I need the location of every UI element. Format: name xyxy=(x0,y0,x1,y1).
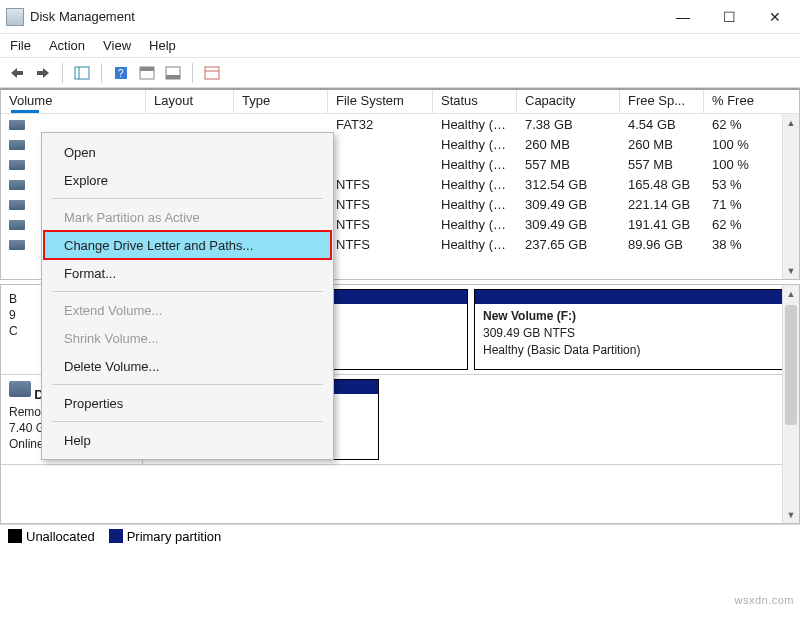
svg-text:?: ? xyxy=(118,68,124,79)
context-explore[interactable]: Explore xyxy=(44,166,331,194)
svg-rect-0 xyxy=(17,71,23,75)
toolbar: ? xyxy=(0,58,800,88)
layout-bottom-button[interactable] xyxy=(162,62,184,84)
context-mark-active: Mark Partition as Active xyxy=(44,203,331,231)
svg-rect-7 xyxy=(140,67,154,71)
menu-action[interactable]: Action xyxy=(49,38,85,53)
properties-button[interactable] xyxy=(201,62,223,84)
window-maximize-button[interactable]: ☐ xyxy=(706,2,752,32)
help-button[interactable]: ? xyxy=(110,62,132,84)
window-minimize-button[interactable]: — xyxy=(660,2,706,32)
back-button[interactable] xyxy=(6,62,28,84)
context-menu: Open Explore Mark Partition as Active Ch… xyxy=(41,132,334,460)
menu-separator xyxy=(52,421,323,422)
volume-icon xyxy=(9,160,25,170)
partition-title: New Volume (F:) xyxy=(483,309,576,323)
svg-rect-10 xyxy=(205,67,219,79)
toolbar-separator xyxy=(62,63,63,83)
app-icon xyxy=(6,8,24,26)
forward-button[interactable] xyxy=(32,62,54,84)
partition-size: 309.49 GB NTFS xyxy=(483,326,575,340)
scroll-down-icon[interactable]: ▼ xyxy=(783,506,799,523)
column-percent-free[interactable]: % Free xyxy=(704,90,772,113)
volume-list-header: Volume Layout Type File System Status Ca… xyxy=(1,90,799,114)
legend-primary: Primary partition xyxy=(109,529,222,544)
disk-state: Online xyxy=(9,437,44,451)
legend-unallocated: Unallocated xyxy=(8,529,95,544)
toolbar-separator xyxy=(192,63,193,83)
show-hide-tree-button[interactable] xyxy=(71,62,93,84)
context-properties[interactable]: Properties xyxy=(44,389,331,417)
menubar: File Action View Help xyxy=(0,34,800,58)
svg-rect-1 xyxy=(37,71,43,75)
svg-rect-2 xyxy=(75,67,89,79)
watermark: wsxdn.com xyxy=(734,594,794,606)
column-file-system[interactable]: File System xyxy=(328,90,433,113)
column-type[interactable]: Type xyxy=(234,90,328,113)
partition[interactable]: New Volume (F:) 309.49 GB NTFS Healthy (… xyxy=(474,289,793,370)
legend: Unallocated Primary partition xyxy=(0,524,800,548)
scroll-up-icon[interactable]: ▲ xyxy=(783,114,799,131)
menu-view[interactable]: View xyxy=(103,38,131,53)
volume-icon xyxy=(9,240,25,250)
menu-file[interactable]: File xyxy=(10,38,31,53)
column-capacity[interactable]: Capacity xyxy=(517,90,620,113)
volume-icon xyxy=(9,200,25,210)
scroll-up-icon[interactable]: ▲ xyxy=(783,285,799,302)
menu-separator xyxy=(52,384,323,385)
volume-row[interactable]: FAT32Healthy (P...7.38 GB4.54 GB62 % xyxy=(1,114,799,134)
context-extend-volume: Extend Volume... xyxy=(44,296,331,324)
context-open[interactable]: Open xyxy=(44,138,331,166)
volume-icon xyxy=(9,180,25,190)
scroll-down-icon[interactable]: ▼ xyxy=(783,262,799,279)
disk-scrollbar[interactable]: ▲ ▼ xyxy=(782,285,799,523)
menu-help[interactable]: Help xyxy=(149,38,176,53)
window-close-button[interactable]: ✕ xyxy=(752,2,798,32)
volume-icon xyxy=(9,140,25,150)
context-change-drive-letter[interactable]: Change Drive Letter and Paths... xyxy=(44,231,331,259)
context-delete-volume[interactable]: Delete Volume... xyxy=(44,352,331,380)
volume-icon xyxy=(9,220,25,230)
window-titlebar: Disk Management — ☐ ✕ xyxy=(0,0,800,34)
sort-indicator-icon xyxy=(11,110,39,113)
context-help[interactable]: Help xyxy=(44,426,331,454)
column-volume[interactable]: Volume xyxy=(1,90,146,113)
layout-top-button[interactable] xyxy=(136,62,158,84)
menu-separator xyxy=(52,198,323,199)
swatch-blue-icon xyxy=(109,529,123,543)
context-format[interactable]: Format... xyxy=(44,259,331,287)
swatch-black-icon xyxy=(8,529,22,543)
column-status[interactable]: Status xyxy=(433,90,517,113)
volume-scrollbar[interactable]: ▲ ▼ xyxy=(782,114,799,279)
menu-separator xyxy=(52,291,323,292)
context-shrink-volume: Shrink Volume... xyxy=(44,324,331,352)
partition-header-stripe xyxy=(475,290,792,304)
partition-status: Healthy (Basic Data Partition) xyxy=(483,343,640,357)
column-layout[interactable]: Layout xyxy=(146,90,234,113)
volume-icon xyxy=(9,120,25,130)
disk-icon xyxy=(9,381,31,397)
scrollbar-thumb[interactable] xyxy=(785,305,797,425)
toolbar-separator xyxy=(101,63,102,83)
svg-rect-9 xyxy=(166,75,180,79)
column-free-space[interactable]: Free Sp... xyxy=(620,90,704,113)
window-title: Disk Management xyxy=(30,9,660,24)
